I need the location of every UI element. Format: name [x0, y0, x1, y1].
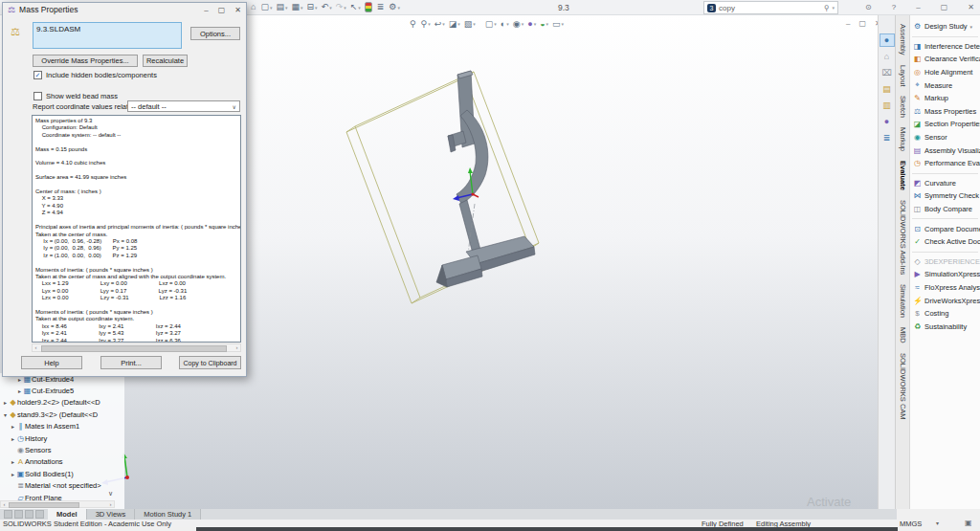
toolbar-button[interactable]: ↷ ▾: [336, 0, 346, 14]
evaluate-item[interactable]: [912, 173, 978, 174]
coordinate-system-dropdown[interactable]: -- default -- ∨: [127, 100, 240, 112]
evaluate-item-curvature[interactable]: ◩ Curvature: [910, 177, 980, 190]
evaluate-item-design-study[interactable]: ⚙ Design Study ▾: [910, 20, 980, 33]
headsup-item[interactable]: ⚲ ▾: [421, 19, 431, 29]
toolbar-button[interactable]: ▦ ▾: [292, 0, 303, 14]
tree-item-cut-extrude5[interactable]: ▸ ▦ Cut-Extrude5: [0, 385, 124, 396]
show-weld-checkbox[interactable]: [33, 92, 42, 100]
scroll-right-icon[interactable]: ›: [234, 344, 240, 351]
expand-arrow-icon[interactable]: ▸: [10, 458, 16, 465]
chevron-down-icon[interactable]: ▾: [832, 5, 835, 11]
toolbar-button[interactable]: ▤ ▾: [276, 0, 287, 14]
doc-restore-icon[interactable]: ▢: [858, 19, 866, 28]
tab-solidworks-cam[interactable]: SOLIDWORKS CAM: [899, 353, 907, 420]
toolbar-button[interactable]: ▢ ▾: [260, 0, 272, 14]
tab-solidworks-add-ins[interactable]: SOLIDWORKS Add-Ins: [899, 200, 907, 275]
headsup-item[interactable]: ◉ ▾: [513, 19, 523, 29]
tree-item-history[interactable]: ▸ ◷ History: [0, 432, 124, 444]
evaluate-item-interference-detection[interactable]: ◨ Interference Detection: [910, 40, 980, 54]
dialog-title-bar[interactable]: ⚖ Mass Properties –▢✕: [3, 3, 246, 16]
headsup-item[interactable]: ● ▾: [527, 19, 536, 29]
dialog-minimize-icon[interactable]: –: [204, 6, 208, 14]
evaluate-item-sustainability[interactable]: ♻ Sustainability: [910, 320, 980, 333]
toolbar-button[interactable]: ↖ ▾: [350, 0, 361, 14]
tab-mbd[interactable]: MBD: [899, 327, 907, 343]
tree-item-material[interactable]: ≣ Material <not specified>: [0, 480, 124, 492]
evaluate-item-mass-properties[interactable]: ⚖ Mass Properties: [910, 105, 980, 119]
evaluate-item-compare-documents[interactable]: ⊡ Compare Documents: [910, 222, 980, 235]
task-pane-tab[interactable]: ▥: [880, 99, 895, 112]
minimize-icon[interactable]: –: [916, 3, 920, 11]
doc-minimize-icon[interactable]: –: [846, 19, 850, 28]
headsup-item[interactable]: ◐ ▾: [501, 19, 509, 29]
task-pane-tab[interactable]: ●: [880, 33, 895, 47]
help-button[interactable]: Help: [21, 356, 82, 369]
tab-scroll-icon[interactable]: [25, 510, 33, 519]
scroll-left-icon[interactable]: ‹: [1, 501, 8, 507]
tree-item-mates[interactable]: ▸ ∥ Mates in Assem1: [0, 421, 124, 432]
dialog-close-icon[interactable]: ✕: [234, 6, 241, 14]
headsup-item[interactable]: ⚲: [410, 19, 417, 29]
options-button[interactable]: Options...: [190, 27, 240, 40]
evaluate-item[interactable]: [912, 36, 978, 37]
print-button[interactable]: Print...: [100, 356, 162, 369]
task-pane-tab[interactable]: ▤: [880, 82, 895, 96]
copy-to-clipboard-button[interactable]: Copy to Clipboard: [179, 356, 241, 369]
evaluate-item-hole-alignment[interactable]: ◎ Hole Alignment: [910, 66, 980, 79]
units-selector[interactable]: MMGS: [900, 520, 922, 528]
toolbar-button[interactable]: [365, 2, 373, 12]
tab-motion-study-1[interactable]: Motion Study 1: [135, 509, 201, 520]
tab-model[interactable]: Model: [48, 509, 87, 520]
tab-scroll-icon[interactable]: [4, 510, 12, 519]
include-hidden-checkbox[interactable]: ✓: [33, 71, 42, 79]
expand-arrow-icon[interactable]: ▸: [10, 435, 16, 442]
tab-sketch[interactable]: Sketch: [899, 96, 907, 118]
tab-evaluate[interactable]: Evaluate: [899, 161, 907, 190]
evaluate-item-clearance-verification[interactable]: ◧ Clearance Verification: [910, 53, 980, 66]
evaluate-item-markup[interactable]: ✎ Markup: [910, 92, 980, 105]
task-pane-tab[interactable]: ⌧: [880, 66, 895, 79]
tree-item-sensors[interactable]: ◉ Sensors: [0, 444, 124, 455]
search-input[interactable]: copy: [719, 4, 821, 12]
tab-scroll-buttons[interactable]: [0, 509, 48, 520]
mass-properties-report-box[interactable]: Mass properties of 9.3 Configuration: De…: [32, 115, 241, 343]
chevron-down-icon[interactable]: ▾: [936, 520, 939, 526]
tab-scroll-icon[interactable]: [35, 510, 44, 519]
close-icon[interactable]: ✕: [968, 3, 974, 11]
evaluate-item[interactable]: [912, 218, 978, 219]
scroll-right-icon[interactable]: ›: [107, 501, 114, 507]
evaluate-item-sensor[interactable]: ◉ Sensor: [910, 131, 980, 144]
toolbar-button[interactable]: ⌂: [251, 0, 256, 14]
tree-item-annotations[interactable]: ▸ A Annotations: [0, 456, 124, 468]
toolbar-button[interactable]: ≣: [377, 0, 386, 14]
expand-arrow-icon[interactable]: ▸: [2, 399, 9, 406]
search-commands-box[interactable]: 3 copy ⚲ ▾: [703, 1, 838, 14]
expand-arrow-icon[interactable]: ▸: [10, 423, 16, 430]
tab-3d-views[interactable]: 3D Views: [87, 509, 136, 520]
tab-simulation[interactable]: Simulation: [899, 284, 907, 318]
tab-markup[interactable]: Markup: [899, 127, 907, 151]
tab-layout[interactable]: Layout: [899, 65, 907, 87]
toolbar-button[interactable]: ↶ ▾: [322, 0, 332, 14]
report-horizontal-scrollbar[interactable]: ‹ ›: [32, 343, 241, 352]
evaluate-item-driveworksxpress[interactable]: ⚡ DriveWorksXpress W...: [910, 294, 980, 307]
evaluate-item-check-active-document[interactable]: ✓ Check Active Doc... ▾: [910, 235, 980, 249]
headsup-item[interactable]: ▧ ▾: [464, 19, 476, 29]
evaluate-item-measure[interactable]: ⌖ Measure: [910, 78, 980, 92]
evaluate-item-symmetry-check[interactable]: ⋈ Symmetry Check: [910, 189, 980, 203]
override-mass-properties-button[interactable]: Override Mass Properties...: [33, 55, 138, 67]
expand-arrow-icon[interactable]: ▸: [16, 387, 23, 394]
evaluate-item-body-compare[interactable]: ◫ Body Compare: [910, 203, 980, 216]
help-icon[interactable]: ?: [892, 3, 896, 11]
scroll-left-icon[interactable]: ‹: [33, 344, 39, 351]
tree-scroll-down-icon[interactable]: ∨: [108, 490, 113, 498]
headsup-item[interactable]: ▢ ▾: [485, 19, 497, 29]
toolbar-button[interactable]: ⊟ ▾: [307, 0, 318, 14]
tab-assembly[interactable]: Assembly: [899, 24, 907, 55]
evaluate-item-costing[interactable]: $ Costing: [910, 307, 980, 321]
evaluate-item[interactable]: [912, 252, 978, 253]
headsup-item[interactable]: ◒ ▾: [540, 19, 548, 29]
expand-arrow-icon[interactable]: ▸: [10, 471, 16, 477]
evaluate-item-floxpress[interactable]: ≈ FloXpress Analysis W...: [910, 281, 980, 295]
tree-horizontal-scrollbar[interactable]: ‹ ›: [0, 500, 115, 508]
